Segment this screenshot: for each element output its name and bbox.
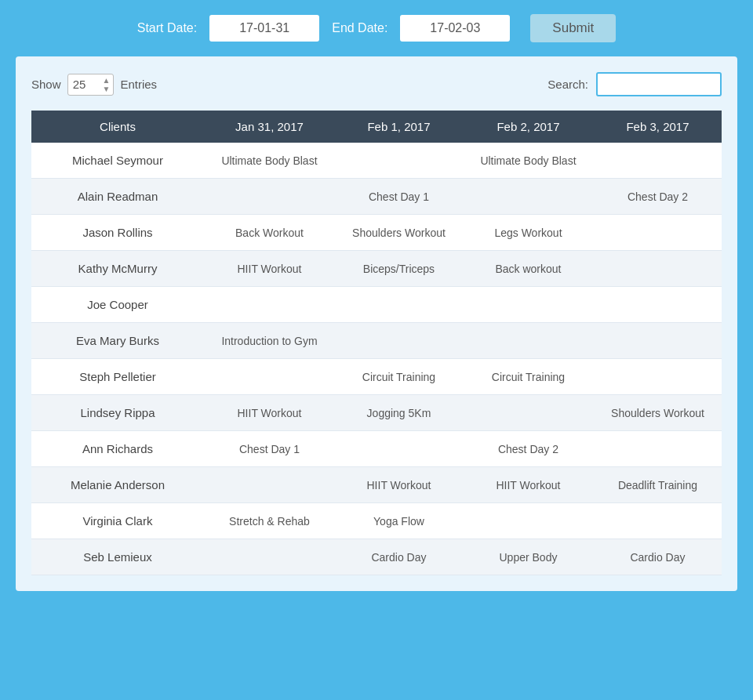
workout-cell: Ultimate Body Blast [463, 143, 594, 179]
client-name: Steph Pelletier [31, 359, 204, 395]
workout-cell: Jogging 5Km [335, 395, 463, 431]
workout-cell [204, 539, 335, 575]
workout-cell [204, 287, 335, 323]
workout-cell [204, 359, 335, 395]
client-name: Joe Cooper [31, 287, 204, 323]
workout-cell: Upper Body [463, 539, 594, 575]
client-name: Jason Rollins [31, 215, 204, 251]
workout-cell: HIIT Workout [204, 251, 335, 287]
spinner-up-icon[interactable]: ▲ [103, 76, 111, 85]
submit-button[interactable]: Submit [530, 14, 616, 42]
client-name: Ann Richards [31, 431, 204, 467]
end-date-input[interactable] [400, 15, 510, 42]
workout-cell [463, 323, 594, 359]
table-row: Joe Cooper [31, 287, 722, 323]
table-row: Melanie AndersonHIIT WorkoutHIIT Workout… [31, 467, 722, 503]
table-row: Michael SeymourUltimate Body BlastUltima… [31, 143, 722, 179]
workout-cell: Stretch & Rehab [204, 503, 335, 539]
table-row: Seb LemieuxCardio DayUpper BodyCardio Da… [31, 539, 722, 575]
workout-cell [594, 503, 722, 539]
workout-cell: Yoga Flow [335, 503, 463, 539]
workout-cell: Chest Day 1 [204, 431, 335, 467]
search-area: Search: [547, 72, 722, 96]
workout-cell: Back workout [463, 251, 594, 287]
workout-cell [335, 431, 463, 467]
workout-cell [594, 287, 722, 323]
client-name: Michael Seymour [31, 143, 204, 179]
workout-cell [335, 287, 463, 323]
client-name: Virginia Clark [31, 503, 204, 539]
workout-cell [463, 395, 594, 431]
controls-row: Show ▲ ▼ Entries Search: [31, 72, 722, 96]
workout-cell: Chest Day 2 [463, 431, 594, 467]
spinner-down-icon[interactable]: ▼ [103, 85, 111, 93]
workout-cell [335, 143, 463, 179]
col-feb3: Feb 3, 2017 [594, 111, 722, 143]
col-clients: Clients [31, 111, 204, 143]
workout-cell: Circuit Training [463, 359, 594, 395]
workout-cell [594, 143, 722, 179]
workout-cell [463, 503, 594, 539]
workout-cell [594, 215, 722, 251]
table-header: Clients Jan 31, 2017 Feb 1, 2017 Feb 2, … [31, 111, 722, 143]
col-feb2: Feb 2, 2017 [463, 111, 594, 143]
content-area: Show ▲ ▼ Entries Search: Clients Jan 31,… [16, 56, 737, 591]
workout-cell [594, 431, 722, 467]
workout-cell: Chest Day 1 [335, 179, 463, 215]
client-name: Lindsey Rippa [31, 395, 204, 431]
table-row: Jason RollinsBack WorkoutShoulders Worko… [31, 215, 722, 251]
workout-cell: Shoulders Workout [594, 395, 722, 431]
client-name: Kathy McMurry [31, 251, 204, 287]
start-date-input[interactable] [209, 15, 319, 42]
workout-cell: Back Workout [204, 215, 335, 251]
table-row: Steph PelletierCircuit TrainingCircuit T… [31, 359, 722, 395]
table-row: Virginia ClarkStretch & RehabYoga Flow [31, 503, 722, 539]
workout-cell [204, 467, 335, 503]
end-date-label: End Date: [332, 21, 387, 35]
workout-cell: HIIT Workout [204, 395, 335, 431]
client-name: Alain Readman [31, 179, 204, 215]
show-label: Show [31, 78, 61, 91]
entries-input[interactable] [71, 78, 100, 91]
table-row: Eva Mary BurksIntroduction to Gym [31, 323, 722, 359]
workout-cell [335, 323, 463, 359]
spinner-arrows[interactable]: ▲ ▼ [103, 76, 111, 93]
client-name: Melanie Anderson [31, 467, 204, 503]
workout-cell: HIIT Workout [463, 467, 594, 503]
workout-cell: Ultimate Body Blast [204, 143, 335, 179]
workout-cell [204, 179, 335, 215]
workout-cell: Introduction to Gym [204, 323, 335, 359]
workout-cell: Shoulders Workout [335, 215, 463, 251]
client-name: Seb Lemieux [31, 539, 204, 575]
table-row: Kathy McMurryHIIT WorkoutBiceps/TricepsB… [31, 251, 722, 287]
workout-cell [463, 179, 594, 215]
workout-cell: Biceps/Triceps [335, 251, 463, 287]
workout-cell: Deadlift Training [594, 467, 722, 503]
workout-cell: Legs Workout [463, 215, 594, 251]
entries-spinner[interactable]: ▲ ▼ [67, 74, 115, 96]
workout-cell: Circuit Training [335, 359, 463, 395]
top-bar: Start Date: End Date: Submit [0, 0, 753, 56]
schedule-table: Clients Jan 31, 2017 Feb 1, 2017 Feb 2, … [31, 111, 722, 575]
header-row: Clients Jan 31, 2017 Feb 1, 2017 Feb 2, … [31, 111, 722, 143]
table-row: Alain ReadmanChest Day 1Chest Day 2 [31, 179, 722, 215]
table-row: Lindsey RippaHIIT WorkoutJogging 5KmShou… [31, 395, 722, 431]
search-input[interactable] [596, 72, 722, 96]
workout-cell [594, 359, 722, 395]
col-feb1: Feb 1, 2017 [335, 111, 463, 143]
col-jan31: Jan 31, 2017 [204, 111, 335, 143]
workout-cell: HIIT Workout [335, 467, 463, 503]
entries-label: Entries [120, 78, 157, 91]
workout-cell [594, 323, 722, 359]
table-row: Ann RichardsChest Day 1Chest Day 2 [31, 431, 722, 467]
workout-cell: Cardio Day [335, 539, 463, 575]
workout-cell [463, 287, 594, 323]
client-name: Eva Mary Burks [31, 323, 204, 359]
workout-cell [594, 251, 722, 287]
start-date-label: Start Date: [137, 21, 197, 35]
show-entries-control: Show ▲ ▼ Entries [31, 74, 157, 96]
workout-cell: Cardio Day [594, 539, 722, 575]
workout-cell: Chest Day 2 [594, 179, 722, 215]
search-label: Search: [547, 78, 588, 91]
table-body: Michael SeymourUltimate Body BlastUltima… [31, 143, 722, 575]
